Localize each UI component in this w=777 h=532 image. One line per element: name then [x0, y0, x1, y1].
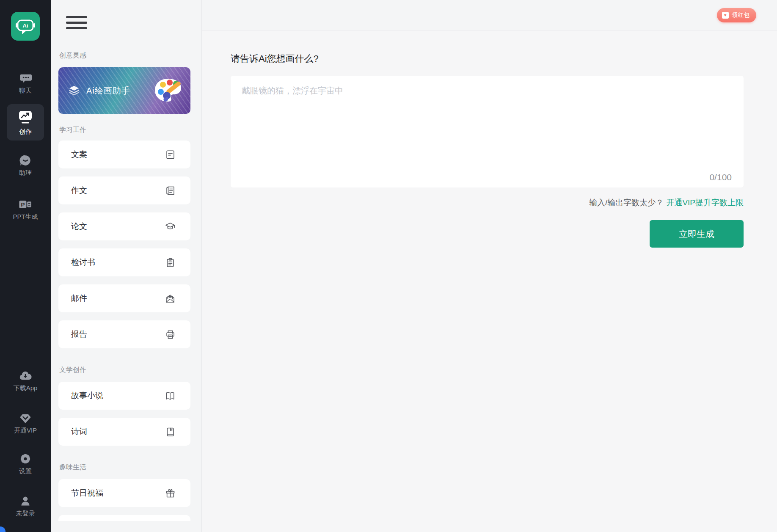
rail-item-label: 聊天 — [19, 87, 32, 95]
card-list: 文案 作文 论文 — [58, 141, 201, 521]
tip-row: 输入/输出字数太少？开通VIP提升字数上限 — [231, 197, 744, 208]
rail-item-assistant[interactable]: 助理 — [19, 154, 32, 177]
ai-painting-banner[interactable]: Ai绘画助手 — [58, 67, 190, 114]
rail-item-label: 设置 — [19, 467, 32, 475]
tool-card-story-novel[interactable]: 故事小说 — [58, 382, 190, 410]
rail-item-label: 未登录 — [16, 510, 35, 518]
rail-item-chat[interactable]: 聊天 — [19, 72, 32, 95]
user-icon — [19, 495, 31, 507]
rail-item-ppt[interactable]: P PPT生成 — [13, 198, 38, 221]
tool-card-email[interactable]: 邮件 — [58, 284, 190, 312]
chat-dots-icon — [19, 72, 32, 85]
essay-icon — [165, 185, 176, 196]
app-logo[interactable]: Ai — [11, 12, 40, 41]
create-icon — [17, 109, 33, 125]
tools-sidebar: 创意灵感 Ai绘画助手 — [51, 0, 202, 532]
tool-card-thesis[interactable]: 论文 — [58, 212, 190, 240]
section-title-literature: 文学创作 — [59, 366, 201, 375]
rail-item-label: 开通VIP — [14, 427, 37, 435]
gift-icon — [165, 488, 176, 499]
tool-card-copywriting[interactable]: 文案 — [58, 141, 190, 168]
rail-item-label: 下载App — [14, 384, 38, 392]
app-window: Ai 聊天 创 — [0, 0, 777, 532]
download-cloud-icon — [19, 369, 32, 382]
palette-icon — [152, 77, 184, 104]
open-book-icon — [164, 390, 176, 402]
section-title-fun-life: 趣味生活 — [59, 463, 201, 472]
tip-text: 输入/输出字数太少？ — [589, 198, 664, 207]
svg-text:Ai: Ai — [23, 22, 28, 29]
graduation-cap-icon — [164, 221, 176, 232]
tool-card-poetry[interactable]: 诗词 — [58, 418, 190, 446]
printer-icon — [165, 329, 176, 340]
section-title-inspiration: 创意灵感 — [59, 51, 201, 60]
red-packet-label: 领红包 — [732, 11, 749, 19]
tool-card-report[interactable]: 报告 — [58, 320, 190, 348]
rail-item-label: 助理 — [19, 169, 32, 177]
section-title-study-work: 学习工作 — [59, 126, 201, 135]
clipboard-icon — [165, 257, 176, 268]
rail-item-label: PPT生成 — [13, 213, 38, 221]
tool-card-essay[interactable]: 作文 — [58, 176, 190, 204]
left-rail: Ai 聊天 创 — [0, 0, 51, 532]
svg-text:P: P — [21, 201, 25, 208]
red-packet-button[interactable]: ♥ 领红包 — [717, 8, 756, 22]
red-envelope-icon: ♥ — [722, 12, 729, 19]
rail-item-create[interactable]: 创作 — [7, 104, 44, 141]
rail-item-label: 创作 — [19, 128, 32, 136]
ppt-icon: P — [18, 198, 33, 211]
rail-item-vip[interactable]: 开通VIP — [14, 412, 37, 435]
rail-item-login[interactable]: 未登录 — [16, 495, 35, 518]
tool-card-holiday-greeting[interactable]: 节日祝福 — [58, 479, 190, 507]
main-header: ♥ 领红包 — [202, 0, 777, 30]
assistant-smile-icon — [19, 154, 32, 167]
prompt-input[interactable] — [231, 76, 744, 187]
mail-icon — [164, 293, 176, 304]
rail-item-settings[interactable]: 设置 — [19, 452, 32, 475]
menu-toggle-button[interactable] — [66, 16, 87, 29]
char-counter: 0/100 — [709, 172, 732, 182]
notebook-icon — [165, 426, 176, 438]
prompt-question: 请告诉Ai您想画什么? — [231, 52, 777, 65]
vip-upgrade-link[interactable]: 开通VIP提升字数上限 — [666, 198, 744, 207]
partial-card[interactable] — [58, 515, 190, 521]
layers-icon — [68, 84, 80, 97]
rail-item-download-app[interactable]: 下载App — [14, 369, 38, 392]
tool-card-self-review[interactable]: 检讨书 — [58, 248, 190, 276]
banner-title: Ai绘画助手 — [86, 85, 130, 96]
main-panel: ♥ 领红包 请告诉Ai您想画什么? 0/100 输入/输出字数太少？开通VIP提… — [202, 0, 777, 532]
vip-gem-icon — [19, 412, 32, 424]
draw-form: 请告诉Ai您想画什么? 0/100 输入/输出字数太少？开通VIP提升字数上限 … — [202, 30, 777, 248]
gear-icon — [19, 452, 31, 465]
prompt-box: 0/100 — [231, 76, 744, 187]
copywriting-doc-icon — [165, 149, 176, 160]
ai-robot-logo-icon: Ai — [14, 15, 36, 37]
generate-button[interactable]: 立即生成 — [650, 220, 744, 248]
